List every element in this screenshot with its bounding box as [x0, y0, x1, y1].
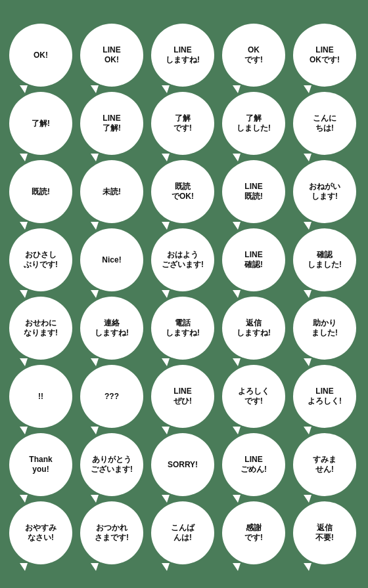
bubble-3[interactable]: LINE しますね!	[151, 24, 214, 87]
bubble-text-3: LINE しますね!	[166, 45, 200, 65]
bubble-text-23: 電話 しますね!	[166, 318, 200, 338]
bubble-text-9: 了解 しました!	[237, 114, 271, 133]
bubble-38[interactable]: こんば んは!	[151, 501, 214, 564]
bubble-text-20: 確認 しました!	[308, 250, 342, 270]
bubble-8[interactable]: 了解 です!	[151, 92, 214, 155]
bubble-37[interactable]: おつかれ さまです!	[80, 501, 143, 564]
sticker-grid: OK!LINE OK!LINE しますね!OK です!LINE OKです!了解!…	[0, 13, 368, 575]
bubble-18[interactable]: おはよう ございます!	[151, 228, 214, 291]
bubble-5[interactable]: LINE OKです!	[293, 24, 356, 87]
bubble-2[interactable]: LINE OK!	[80, 24, 143, 87]
bubble-text-18: おはよう ございます!	[162, 250, 204, 270]
bubble-11[interactable]: 既読!	[9, 160, 72, 223]
bubble-text-4: OK です!	[244, 45, 263, 65]
bubble-27[interactable]: ???	[80, 365, 143, 428]
bubble-30[interactable]: LINE よろしく!	[293, 365, 356, 428]
bubble-text-29: よろしく です!	[238, 387, 269, 406]
bubble-text-2: LINE OK!	[103, 45, 120, 65]
bubble-40[interactable]: 返信 不要!	[293, 501, 356, 564]
bubble-text-28: LINE ぜひ!	[173, 387, 192, 406]
bubble-9[interactable]: 了解 しました!	[222, 92, 285, 155]
bubble-text-8: 了解 です!	[173, 114, 192, 133]
bubble-39[interactable]: 感謝 です!	[222, 501, 285, 564]
bubble-text-37: おつかれ さまです!	[95, 523, 129, 543]
bubble-7[interactable]: LINE 了解!	[80, 92, 143, 155]
bubble-text-12: 未読!	[103, 187, 121, 197]
bubble-20[interactable]: 確認 しました!	[293, 228, 356, 291]
bubble-26[interactable]: !!	[9, 365, 72, 428]
bubble-text-7: LINE 了解!	[103, 114, 121, 133]
bubble-36[interactable]: おやすみ なさい!	[9, 501, 72, 564]
bubble-13[interactable]: 既読 でOK!	[151, 160, 214, 223]
bubble-text-34: LINE ごめん!	[241, 455, 267, 474]
bubble-31[interactable]: Thank you!	[9, 433, 72, 496]
bubble-23[interactable]: 電話 しますね!	[151, 297, 214, 360]
bubble-text-5: LINE OKです!	[310, 45, 340, 65]
bubble-text-33: SORRY!	[168, 460, 198, 470]
bubble-text-10: こんに ちは!	[313, 114, 336, 133]
bubble-text-16: おひさし ぶりです!	[24, 250, 58, 270]
bubble-35[interactable]: すみま せん!	[293, 433, 356, 496]
bubble-4[interactable]: OK です!	[222, 24, 285, 87]
bubble-14[interactable]: LINE 既読!	[222, 160, 285, 223]
bubble-text-25: 助かり ました!	[311, 318, 338, 338]
bubble-28[interactable]: LINE ぜひ!	[151, 365, 214, 428]
bubble-text-21: おせわに なります!	[24, 318, 58, 338]
bubble-29[interactable]: よろしく です!	[222, 365, 285, 428]
bubble-text-19: LINE 確認!	[244, 250, 263, 270]
bubble-21[interactable]: おせわに なります!	[9, 297, 72, 360]
bubble-16[interactable]: おひさし ぶりです!	[9, 228, 72, 291]
bubble-text-27: ???	[104, 392, 119, 402]
bubble-10[interactable]: こんに ちは!	[293, 92, 356, 155]
bubble-text-35: すみま せん!	[313, 455, 336, 474]
bubble-12[interactable]: 未読!	[80, 160, 143, 223]
bubble-text-6: 了解!	[32, 119, 50, 129]
bubble-25[interactable]: 助かり ました!	[293, 297, 356, 360]
bubble-text-22: 連絡 しますね!	[95, 318, 129, 338]
bubble-text-32: ありがとう ございます!	[91, 455, 133, 474]
bubble-text-15: おねがい します!	[309, 182, 340, 201]
bubble-15[interactable]: おねがい します!	[293, 160, 356, 223]
bubble-33[interactable]: SORRY!	[151, 433, 214, 496]
bubble-text-31: Thank you!	[29, 455, 52, 474]
bubble-text-40: 返信 不要!	[315, 523, 334, 543]
bubble-text-14: LINE 既読!	[244, 182, 263, 201]
bubble-text-17: Nice!	[102, 255, 121, 265]
bubble-text-13: 既読 でOK!	[172, 182, 194, 201]
bubble-text-26: !!	[38, 392, 43, 402]
bubble-6[interactable]: 了解!	[9, 92, 72, 155]
bubble-text-1: OK!	[34, 51, 48, 60]
bubble-19[interactable]: LINE 確認!	[222, 228, 285, 291]
bubble-text-30: LINE よろしく!	[308, 387, 342, 406]
bubble-1[interactable]: OK!	[9, 24, 72, 87]
bubble-17[interactable]: Nice!	[80, 228, 143, 291]
bubble-32[interactable]: ありがとう ございます!	[80, 433, 143, 496]
bubble-text-11: 既読!	[32, 187, 50, 197]
bubble-text-36: おやすみ なさい!	[25, 523, 57, 543]
bubble-24[interactable]: 返信 しますね!	[222, 297, 285, 360]
bubble-text-38: こんば んは!	[171, 523, 195, 543]
bubble-text-24: 返信 しますね!	[237, 318, 271, 338]
bubble-22[interactable]: 連絡 しますね!	[80, 297, 143, 360]
bubble-34[interactable]: LINE ごめん!	[222, 433, 285, 496]
bubble-text-39: 感謝 です!	[244, 523, 263, 543]
